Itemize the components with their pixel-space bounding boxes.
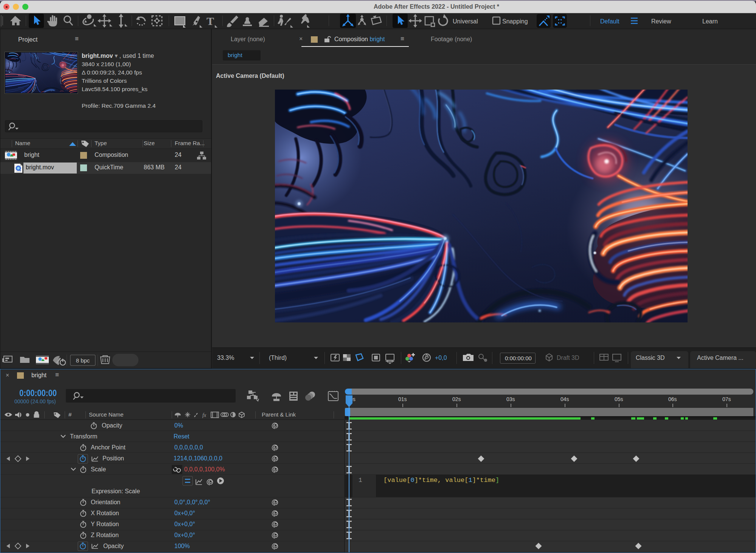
svg-text:8 bpc: 8 bpc <box>76 357 90 364</box>
svg-text:fx: fx <box>202 412 206 418</box>
svg-text:T: T <box>206 15 214 27</box>
